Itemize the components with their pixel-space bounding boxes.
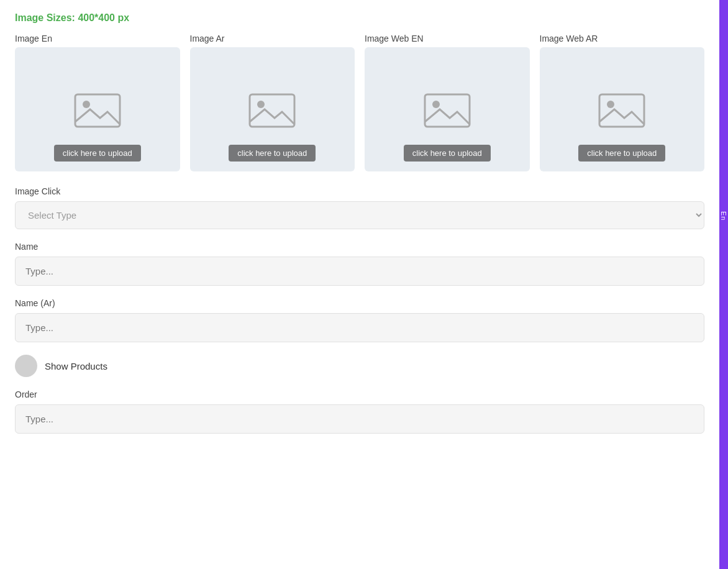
image-click-group: Image Click Select Type URL Category Pro… — [15, 186, 704, 229]
image-upload-grid: Image En click here to upload Image Ar — [15, 34, 704, 171]
name-ar-field-group: Name (Ar) — [15, 298, 704, 342]
show-products-row: Show Products — [15, 355, 704, 377]
image-web-ar-label: Image Web AR — [540, 34, 705, 43]
sidebar-label: En — [720, 211, 727, 221]
svg-rect-0 — [75, 94, 120, 127]
image-click-label: Image Click — [15, 186, 704, 196]
svg-point-1 — [83, 101, 90, 108]
svg-rect-6 — [599, 94, 644, 127]
right-sidebar: En — [719, 0, 728, 569]
image-ar-upload[interactable]: click here to upload — [190, 47, 355, 171]
image-web-en-upload[interactable]: click here to upload — [365, 47, 530, 171]
image-web-en-col: Image Web EN click here to upload — [365, 34, 530, 171]
image-web-ar-col: Image Web AR click here to upload — [540, 34, 705, 171]
show-products-label: Show Products — [45, 361, 107, 371]
svg-rect-4 — [425, 94, 470, 127]
order-input[interactable] — [15, 404, 704, 434]
image-ar-col: Image Ar click here to upload — [190, 34, 355, 171]
image-web-en-placeholder-icon — [422, 89, 472, 130]
image-en-upload-btn[interactable]: click here to upload — [54, 145, 141, 162]
name-ar-input[interactable] — [15, 313, 704, 342]
image-web-ar-upload[interactable]: click here to upload — [540, 47, 705, 171]
image-ar-label: Image Ar — [190, 34, 355, 43]
image-web-en-label: Image Web EN — [365, 34, 530, 43]
image-sizes-title: Image Sizes: 400*400 px — [15, 12, 704, 24]
name-field-label: Name — [15, 242, 704, 252]
name-field-group: Name — [15, 242, 704, 286]
image-en-col: Image En click here to upload — [15, 34, 180, 171]
image-web-ar-placeholder-icon — [597, 89, 647, 130]
svg-point-7 — [607, 101, 614, 108]
image-click-select[interactable]: Select Type URL Category Product — [15, 201, 704, 229]
show-products-toggle[interactable] — [15, 355, 37, 377]
svg-point-5 — [432, 101, 440, 108]
name-input[interactable] — [15, 257, 704, 286]
order-field-group: Order — [15, 389, 704, 434]
image-ar-placeholder-icon — [247, 89, 297, 130]
svg-rect-2 — [250, 94, 294, 127]
order-field-label: Order — [15, 389, 704, 399]
name-ar-field-label: Name (Ar) — [15, 298, 704, 308]
svg-point-3 — [257, 101, 265, 108]
image-placeholder-icon — [73, 89, 122, 130]
image-ar-upload-btn[interactable]: click here to upload — [229, 145, 316, 162]
image-en-label: Image En — [15, 34, 180, 43]
image-web-ar-upload-btn[interactable]: click here to upload — [578, 145, 665, 162]
image-web-en-upload-btn[interactable]: click here to upload — [404, 145, 491, 162]
image-en-upload[interactable]: click here to upload — [15, 47, 180, 171]
